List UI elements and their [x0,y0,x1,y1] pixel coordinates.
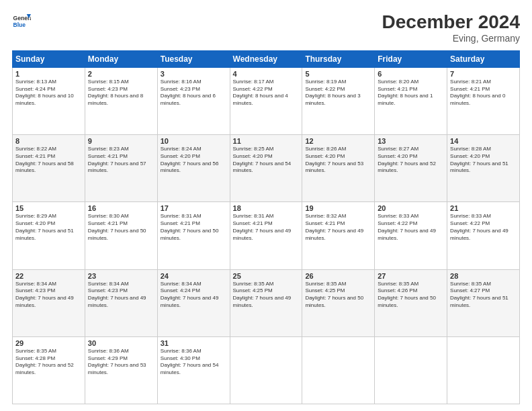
day-cell: 3 Sunrise: 8:16 AMSunset: 4:23 PMDayligh… [157,67,230,134]
day-number: 23 [88,272,154,280]
day-cell: 21 Sunrise: 8:33 AMSunset: 4:22 PMDaylig… [447,202,520,269]
day-info: Sunrise: 8:16 AMSunset: 4:23 PMDaylight:… [161,79,227,107]
day-info: Sunrise: 8:20 AMSunset: 4:21 PMDaylight:… [378,79,444,107]
day-number: 22 [15,272,82,280]
day-number: 13 [378,137,444,145]
day-info: Sunrise: 8:25 AMSunset: 4:20 PMDaylight:… [233,146,300,175]
day-number: 25 [233,272,300,280]
header-wednesday: Wednesday [230,50,302,67]
day-cell [230,336,302,404]
day-info: Sunrise: 8:35 AMSunset: 4:27 PMDaylight:… [450,281,517,310]
day-number: 28 [450,272,517,280]
day-number: 31 [161,339,227,347]
day-number: 26 [305,272,371,280]
day-info: Sunrise: 8:31 AMSunset: 4:21 PMDaylight:… [233,213,300,242]
logo: General Blue [12,12,31,31]
day-number: 8 [15,137,82,145]
week-row-1: 1 Sunrise: 8:13 AMSunset: 4:24 PMDayligh… [13,67,520,134]
day-number: 19 [305,204,371,212]
day-number: 15 [15,204,82,212]
day-cell: 24 Sunrise: 8:34 AMSunset: 4:24 PMDaylig… [157,269,230,336]
header-monday: Monday [85,50,157,67]
day-number: 12 [305,137,371,145]
day-number: 5 [305,70,371,78]
day-number: 3 [161,70,227,78]
day-info: Sunrise: 8:35 AMSunset: 4:26 PMDaylight:… [378,281,444,310]
day-cell: 7 Sunrise: 8:21 AMSunset: 4:21 PMDayligh… [447,67,520,134]
day-cell: 18 Sunrise: 8:31 AMSunset: 4:21 PMDaylig… [230,202,302,269]
day-info: Sunrise: 8:30 AMSunset: 4:21 PMDaylight:… [88,213,154,242]
day-cell: 16 Sunrise: 8:30 AMSunset: 4:21 PMDaylig… [85,202,157,269]
day-number: 24 [161,272,227,280]
day-info: Sunrise: 8:33 AMSunset: 4:22 PMDaylight:… [450,213,517,242]
subtitle: Eving, Germany [382,33,520,44]
main-title: December 2024 [382,12,520,33]
day-number: 11 [233,137,300,145]
day-cell [375,336,447,404]
week-row-3: 15 Sunrise: 8:29 AMSunset: 4:20 PMDaylig… [13,202,520,269]
day-info: Sunrise: 8:27 AMSunset: 4:20 PMDaylight:… [378,146,444,175]
day-info: Sunrise: 8:36 AMSunset: 4:30 PMDaylight:… [161,348,227,377]
day-info: Sunrise: 8:35 AMSunset: 4:25 PMDaylight:… [305,281,371,310]
day-cell: 31 Sunrise: 8:36 AMSunset: 4:30 PMDaylig… [157,336,230,404]
day-cell: 14 Sunrise: 8:28 AMSunset: 4:20 PMDaylig… [447,135,520,202]
week-row-4: 22 Sunrise: 8:34 AMSunset: 4:23 PMDaylig… [13,269,520,336]
day-number: 4 [233,70,300,78]
day-cell: 27 Sunrise: 8:35 AMSunset: 4:26 PMDaylig… [375,269,447,336]
day-cell: 17 Sunrise: 8:31 AMSunset: 4:21 PMDaylig… [157,202,230,269]
day-cell: 25 Sunrise: 8:35 AMSunset: 4:25 PMDaylig… [230,269,302,336]
day-info: Sunrise: 8:28 AMSunset: 4:20 PMDaylight:… [450,146,517,175]
day-number: 7 [450,70,517,78]
day-info: Sunrise: 8:29 AMSunset: 4:20 PMDaylight:… [15,213,82,242]
day-info: Sunrise: 8:34 AMSunset: 4:23 PMDaylight:… [15,281,82,310]
day-info: Sunrise: 8:22 AMSunset: 4:21 PMDaylight:… [15,146,82,175]
day-cell: 1 Sunrise: 8:13 AMSunset: 4:24 PMDayligh… [13,67,85,134]
title-block: December 2024 Eving, Germany [382,12,520,44]
day-info: Sunrise: 8:33 AMSunset: 4:22 PMDaylight:… [378,213,444,242]
header-saturday: Saturday [447,50,520,67]
day-info: Sunrise: 8:13 AMSunset: 4:24 PMDaylight:… [15,79,82,107]
day-cell: 26 Sunrise: 8:35 AMSunset: 4:25 PMDaylig… [302,269,375,336]
day-cell: 2 Sunrise: 8:15 AMSunset: 4:23 PMDayligh… [85,67,157,134]
day-number: 21 [450,204,517,212]
day-number: 2 [88,70,154,78]
day-info: Sunrise: 8:23 AMSunset: 4:21 PMDaylight:… [88,146,154,175]
day-cell: 29 Sunrise: 8:35 AMSunset: 4:28 PMDaylig… [13,336,85,404]
day-info: Sunrise: 8:35 AMSunset: 4:28 PMDaylight:… [15,348,82,377]
week-row-5: 29 Sunrise: 8:35 AMSunset: 4:28 PMDaylig… [13,336,520,404]
day-cell: 19 Sunrise: 8:32 AMSunset: 4:21 PMDaylig… [302,202,375,269]
header-sunday: Sunday [13,50,85,67]
day-number: 17 [161,204,227,212]
day-cell [447,336,520,404]
day-cell: 22 Sunrise: 8:34 AMSunset: 4:23 PMDaylig… [13,269,85,336]
day-number: 10 [161,137,227,145]
day-info: Sunrise: 8:17 AMSunset: 4:22 PMDaylight:… [233,79,300,107]
day-cell: 12 Sunrise: 8:26 AMSunset: 4:20 PMDaylig… [302,135,375,202]
header-thursday: Thursday [302,50,375,67]
day-info: Sunrise: 8:15 AMSunset: 4:23 PMDaylight:… [88,79,154,107]
day-number: 6 [378,70,444,78]
day-cell: 13 Sunrise: 8:27 AMSunset: 4:20 PMDaylig… [375,135,447,202]
day-number: 14 [450,137,517,145]
day-cell: 30 Sunrise: 8:36 AMSunset: 4:29 PMDaylig… [85,336,157,404]
day-number: 9 [88,137,154,145]
day-cell [302,336,375,404]
day-number: 27 [378,272,444,280]
day-cell: 23 Sunrise: 8:34 AMSunset: 4:23 PMDaylig… [85,269,157,336]
day-cell: 10 Sunrise: 8:24 AMSunset: 4:20 PMDaylig… [157,135,230,202]
day-number: 29 [15,339,82,347]
header-friday: Friday [375,50,447,67]
day-info: Sunrise: 8:35 AMSunset: 4:25 PMDaylight:… [233,281,300,310]
day-cell: 6 Sunrise: 8:20 AMSunset: 4:21 PMDayligh… [375,67,447,134]
day-info: Sunrise: 8:24 AMSunset: 4:20 PMDaylight:… [161,146,227,175]
header-row: Sunday Monday Tuesday Wednesday Thursday… [13,50,520,67]
day-cell: 11 Sunrise: 8:25 AMSunset: 4:20 PMDaylig… [230,135,302,202]
day-number: 20 [378,204,444,212]
day-cell: 5 Sunrise: 8:19 AMSunset: 4:22 PMDayligh… [302,67,375,134]
day-info: Sunrise: 8:34 AMSunset: 4:24 PMDaylight:… [161,281,227,310]
week-row-2: 8 Sunrise: 8:22 AMSunset: 4:21 PMDayligh… [13,135,520,202]
svg-text:Blue: Blue [13,21,26,28]
day-cell: 20 Sunrise: 8:33 AMSunset: 4:22 PMDaylig… [375,202,447,269]
day-number: 18 [233,204,300,212]
day-info: Sunrise: 8:36 AMSunset: 4:29 PMDaylight:… [88,348,154,377]
